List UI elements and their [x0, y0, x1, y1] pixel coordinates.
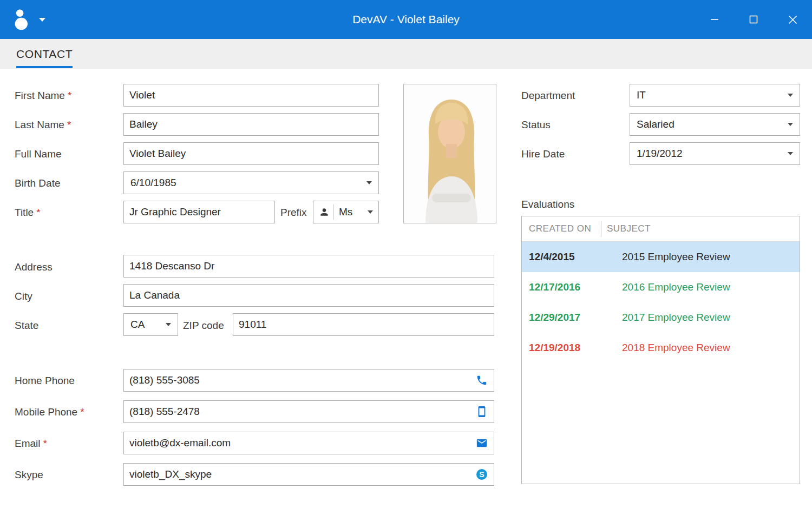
prefix-combo[interactable]: Ms — [313, 201, 379, 223]
window-controls — [695, 0, 812, 39]
mobile-phone-input[interactable] — [123, 400, 494, 423]
hire-date-value: 1/19/2012 — [637, 148, 783, 160]
minimize-icon — [710, 15, 719, 24]
address-label: Address — [15, 261, 53, 274]
skype-label: Skype — [15, 468, 43, 481]
chevron-down-icon — [788, 152, 793, 155]
created-on-cell: 12/4/2015 — [522, 251, 622, 263]
created-on-cell: 12/19/2018 — [522, 342, 622, 354]
state-label: State — [15, 319, 38, 332]
minimize-button[interactable] — [695, 0, 734, 39]
evaluations-grid: CREATED ON SUBJECT 12/4/2015 2015 Employ… — [521, 216, 800, 484]
mobile-phone-field — [123, 400, 494, 423]
chevron-down-icon — [39, 18, 45, 22]
close-icon — [788, 15, 797, 24]
label-text: Mobile Phone — [15, 406, 77, 418]
email-label: Email* — [15, 437, 47, 450]
email-field — [123, 432, 494, 454]
label-text: ZIP code — [183, 320, 224, 331]
contact-photo — [403, 84, 496, 223]
evaluation-row[interactable]: 12/29/2017 2017 Employee Review — [522, 302, 800, 333]
birth-date-combo[interactable]: 6/10/1985 — [123, 171, 379, 194]
tab-bar: CONTACT — [0, 39, 812, 69]
phone-icon — [476, 374, 488, 386]
evaluation-row[interactable]: 12/4/2015 2015 Employee Review — [522, 242, 800, 272]
evaluations-title: Evaluations — [521, 198, 574, 211]
label-text: Full Name — [15, 148, 62, 160]
state-value: CA — [130, 319, 161, 331]
required-marker: * — [67, 119, 71, 130]
devav-logo-icon — [13, 8, 32, 31]
birth-date-label: Birth Date — [15, 177, 60, 190]
title-label: Title* — [15, 206, 41, 219]
app-window: DevAV - Violet Bailey CONTACT — [0, 0, 812, 515]
smartphone-icon — [476, 406, 488, 418]
zip-label: ZIP code — [183, 319, 224, 332]
titlebar: DevAV - Violet Bailey — [0, 0, 812, 39]
chevron-down-icon — [366, 181, 372, 184]
zip-input[interactable] — [233, 313, 494, 336]
required-marker: * — [80, 406, 84, 418]
required-marker: * — [68, 90, 71, 101]
label-text: Address — [15, 261, 53, 273]
label-text: Email — [15, 438, 41, 449]
maximize-button[interactable] — [734, 0, 773, 39]
last-name-label: Last Name* — [15, 118, 71, 131]
skype-input[interactable] — [123, 463, 494, 486]
full-name-label: Full Name — [15, 148, 62, 161]
hire-date-combo[interactable]: 1/19/2012 — [630, 142, 800, 165]
created-on-cell: 12/17/2016 — [522, 281, 622, 293]
chevron-down-icon — [368, 210, 373, 214]
label-text: Title — [15, 207, 34, 218]
label-text: Birth Date — [15, 177, 60, 189]
subject-cell: 2015 Employee Review — [622, 251, 730, 263]
skype-icon: S — [476, 468, 488, 480]
envelope-icon — [476, 437, 488, 449]
label-text: First Name — [15, 90, 65, 101]
state-combo[interactable]: CA — [123, 313, 178, 336]
email-input[interactable] — [123, 432, 494, 454]
person-icon — [319, 207, 330, 217]
status-value: Salaried — [637, 118, 783, 130]
chevron-down-icon — [788, 94, 793, 97]
full-name-input[interactable] — [123, 142, 379, 165]
home-phone-field — [123, 369, 494, 392]
app-menu-button[interactable] — [8, 0, 51, 39]
first-name-input[interactable] — [123, 84, 379, 107]
label-text: Skype — [15, 469, 43, 480]
city-input[interactable] — [123, 284, 494, 307]
mobile-phone-label: Mobile Phone* — [15, 406, 84, 419]
column-header-subject[interactable]: SUBJECT — [601, 223, 651, 234]
maximize-icon — [749, 15, 758, 24]
last-name-input[interactable] — [123, 113, 379, 136]
column-header-created-on[interactable]: CREATED ON — [522, 223, 601, 234]
required-marker: * — [43, 438, 47, 449]
home-phone-input[interactable] — [123, 369, 494, 392]
created-on-cell: 12/29/2017 — [522, 312, 622, 323]
prefix-label: Prefix — [280, 206, 307, 219]
label-text: State — [15, 320, 38, 331]
hire-date-label: Hire Date — [521, 148, 565, 161]
label-text: City — [15, 290, 32, 302]
birth-date-value: 6/10/1985 — [130, 177, 362, 189]
label-text: Department — [521, 90, 575, 101]
close-button[interactable] — [773, 0, 812, 39]
status-combo[interactable]: Salaried — [630, 113, 800, 136]
evaluation-row[interactable]: 12/19/2018 2018 Employee Review — [522, 333, 800, 363]
first-name-label: First Name* — [15, 89, 71, 102]
chevron-down-icon — [788, 123, 793, 126]
department-combo[interactable]: IT — [630, 84, 800, 107]
svg-text:S: S — [479, 470, 484, 479]
tab-contact-label: CONTACT — [16, 48, 73, 61]
tab-contact[interactable]: CONTACT — [16, 39, 73, 69]
address-input[interactable] — [123, 255, 494, 278]
active-tab-indicator — [16, 66, 73, 68]
label-text: Home Phone — [15, 375, 75, 386]
label-text: Prefix — [280, 207, 307, 218]
portrait-image — [404, 84, 496, 223]
divider — [333, 204, 334, 220]
title-input[interactable] — [123, 201, 275, 223]
department-label: Department — [521, 89, 575, 102]
subject-cell: 2017 Employee Review — [622, 312, 730, 323]
evaluation-row[interactable]: 12/17/2016 2016 Employee Review — [522, 272, 800, 302]
